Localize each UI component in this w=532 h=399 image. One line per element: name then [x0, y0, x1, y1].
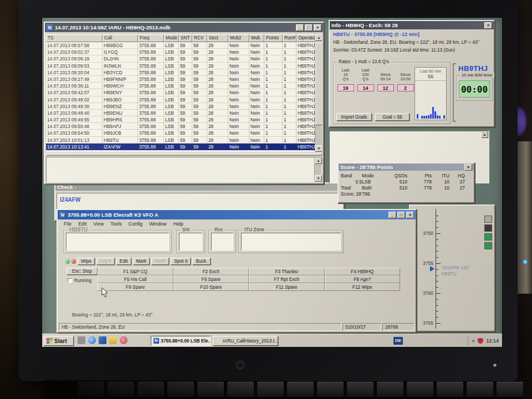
log-row[interactable]: 14.07.2013 09:50:48HB9APJ3755.88LSB59592… — [46, 123, 315, 130]
f12-button[interactable]: F12 Wipe — [325, 283, 401, 291]
log-row[interactable]: 14.07.2013 10:13:41IZ4AFW3755.88LSB59592… — [46, 144, 315, 150]
mark-button[interactable]: Mark — [133, 258, 150, 265]
f10-button[interactable]: F10 Spare — [173, 283, 249, 291]
log-row[interactable]: 14.07.2013 09:48:02HB9JBO3755.88LSB59592… — [46, 96, 315, 103]
scroll-down-button[interactable]: ▼ — [315, 175, 322, 182]
import-goals-button[interactable]: Import Goals — [336, 113, 372, 121]
bandmap-side-button[interactable] — [484, 242, 492, 249]
f1-button[interactable]: F1 S&P CQ — [98, 268, 173, 275]
goal-button[interactable]: Goal = 56 — [375, 113, 410, 121]
log-column-header[interactable]: RCV — [192, 34, 207, 42]
log-column-header[interactable]: Mode — [164, 34, 179, 42]
bandmap-spot-call[interactable]: IZ4AFW 143° — [442, 265, 470, 270]
maximize-button[interactable]: □ — [305, 24, 313, 31]
f5-button[interactable]: F5 His Call — [98, 275, 173, 283]
log-column-header[interactable]: Operator — [296, 34, 317, 42]
log-row[interactable]: 14.07.2013 09:49:55HB9HRS3755.88LSB59592… — [46, 116, 315, 123]
log-splitter[interactable] — [46, 153, 322, 156]
bandmap-side-button[interactable] — [484, 233, 492, 241]
close-button[interactable]: × — [484, 22, 492, 29]
task-button-entry[interactable]: N 3755.88+0.00 LSB Ele... — [151, 336, 211, 346]
n1mm-logger-icon[interactable] — [99, 336, 106, 344]
scroll-down-button[interactable]: ▼ — [315, 145, 322, 152]
log-column-header[interactable]: Points — [264, 34, 283, 42]
log-cell: 28 — [207, 83, 228, 89]
bandmap-tick-icon — [436, 317, 438, 318]
chevron-icon[interactable]: « — [472, 338, 474, 344]
f8-button[interactable]: F8 Agn? — [325, 275, 401, 283]
scroll-up-button[interactable]: ▲ — [315, 34, 322, 41]
log-it-button[interactable]: Log It — [96, 258, 115, 265]
f7-button[interactable]: F7 Rpt Exch — [249, 275, 325, 283]
bandmap-side-button[interactable] — [484, 224, 492, 232]
menu-window[interactable]: Window — [146, 221, 169, 228]
f2-button[interactable]: F2 Exch — [173, 268, 249, 275]
f11-button[interactable]: F11 Spare — [249, 283, 325, 291]
close-button[interactable]: × — [464, 164, 472, 171]
log-column-header[interactable]: Freq — [138, 34, 164, 42]
log-row[interactable]: 14.07.2013 09:36:11HB9WCH3755.88LSB59592… — [46, 83, 315, 89]
callsign-input[interactable] — [66, 233, 169, 250]
edit-button[interactable]: Edit — [116, 258, 131, 265]
log-row[interactable]: 14.07.2013 09:48:40HB9ENU3755.88LSB59592… — [46, 110, 315, 116]
minimize-button[interactable]: _ — [388, 212, 396, 218]
snt-input[interactable] — [179, 233, 202, 250]
security-shield-icon[interactable] — [477, 338, 483, 344]
log-row[interactable]: 14.07.2013 09:02:37I1YGQ3755.88LSB595928… — [46, 49, 315, 55]
menu-config[interactable]: Config — [126, 221, 145, 228]
log-scrollbar[interactable]: ▲ ▼ — [315, 34, 322, 152]
log-row[interactable]: 14.07.2013 09:09:53IN3WLN3755.88LSB59592… — [46, 63, 315, 69]
scroll-up-button[interactable]: ▲ — [315, 157, 322, 164]
entry-titlebar[interactable]: N 3755.88+0.00 LSB Elecraft K3 VFO A _ □… — [58, 210, 416, 219]
f4-button[interactable]: F4 HB9HQ — [325, 268, 401, 275]
log-titlebar[interactable]: N 14.07.2013 10:14:56Z IARU - HB9HQ-2013… — [45, 23, 323, 32]
start-button[interactable]: Start — [44, 336, 74, 346]
log-bottom-scrollbar[interactable]: ▲ ▼ — [314, 157, 321, 182]
wipe-button[interactable]: Wipe — [78, 258, 95, 265]
media-player-icon[interactable] — [120, 336, 127, 344]
menu-tools[interactable]: Tools — [108, 221, 125, 228]
spot-it-button[interactable]: Spot It — [171, 258, 191, 265]
log-column-header[interactable]: SNT — [179, 34, 192, 42]
bandmap-side-button[interactable] — [484, 216, 492, 223]
minimize-button[interactable]: _ — [296, 24, 304, 31]
f3-button[interactable]: F3 Thanks! — [249, 268, 325, 275]
log-cell: LSB — [164, 89, 179, 96]
close-button[interactable]: × — [406, 212, 414, 218]
show-desktop-icon[interactable] — [78, 336, 85, 344]
f6-button[interactable]: F6 Spare — [173, 275, 249, 283]
log-cell: HB9THJ — [296, 42, 317, 49]
maximize-button[interactable]: □ — [397, 212, 405, 218]
log-row[interactable]: 14.07.2013 09:27:49HB9FNN/P3755.88LSB595… — [46, 76, 315, 83]
log-row[interactable]: 14.07.2013 09:20:04HB3YCD3755.88LSB59592… — [46, 69, 315, 76]
log-row[interactable]: 14.07.2013 10:01:13HB9TU3755.88LSB595928… — [46, 137, 315, 144]
close-button[interactable]: × — [314, 24, 321, 31]
language-indicator[interactable]: DE — [393, 337, 403, 345]
menu-view[interactable]: View — [90, 221, 106, 228]
log-row[interactable]: 14.07.2013 09:06:19DL2HN3755.88LSB595928… — [46, 55, 315, 62]
zone-input[interactable] — [241, 233, 341, 250]
task-button-callhistory[interactable]: IARU_CallHistory_2013.t... — [213, 336, 278, 346]
log-column-header[interactable]: Mult — [249, 34, 264, 42]
scrollbar-thumb[interactable] — [315, 42, 322, 125]
running-checkbox[interactable] — [68, 278, 72, 283]
log-row[interactable]: 14.07.2013 09:42:07HB9ENY3755.88LSB59592… — [46, 89, 315, 96]
log-column-header[interactable]: TS — [46, 34, 103, 42]
info-titlebar[interactable]: Info - HB9HQ - Exch: 59 28 × — [330, 21, 494, 29]
log-column-header[interactable]: Run# — [283, 34, 296, 42]
log-row[interactable]: 14.07.2013 09:54:50HB9JCB3755.88LSB59592… — [46, 130, 315, 136]
internet-explorer-icon[interactable] — [88, 336, 96, 344]
log-row[interactable]: 14.07.2013 08:57:58HB9BGG3755.88LSB59592… — [46, 42, 315, 49]
log-row[interactable]: 14.07.2013 09:48:30HB9ENZ3755.88LSB59592… — [46, 103, 315, 110]
bandmap-spot-call2[interactable]: HB9TU — [441, 271, 456, 277]
rcv-input[interactable] — [211, 233, 233, 250]
folder-icon[interactable] — [109, 336, 117, 344]
log-column-header[interactable]: Call — [103, 34, 138, 42]
esc-stop-button[interactable]: Esc: Stop — [66, 268, 98, 275]
store-button[interactable]: Store — [151, 258, 169, 265]
log-column-header[interactable]: Sect — [207, 34, 228, 42]
log-column-header[interactable]: Mult2 — [228, 34, 249, 42]
score-titlebar[interactable]: Score - 28'786 Points × — [339, 163, 474, 171]
buck-button[interactable]: Buck. — [192, 258, 211, 265]
scroll-up-button[interactable]: ▲ — [481, 131, 488, 138]
